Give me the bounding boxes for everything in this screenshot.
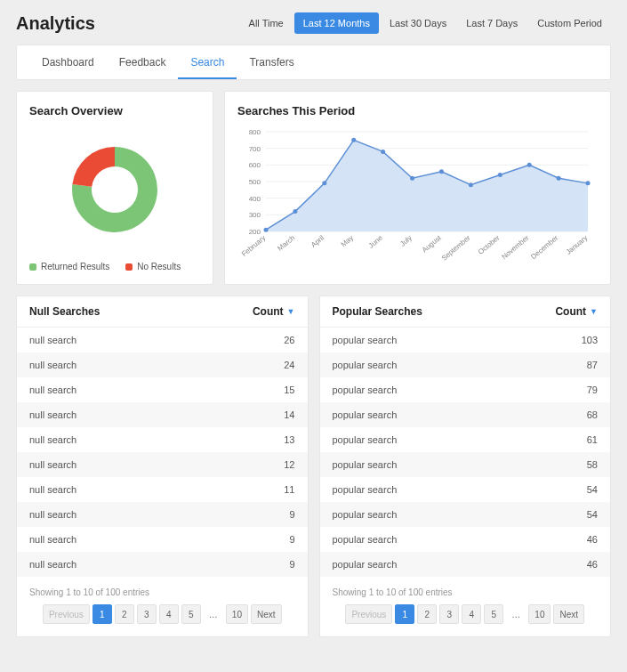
row-count: 79 xyxy=(587,385,598,395)
svg-text:June: June xyxy=(367,233,384,249)
tab-transfers[interactable]: Transfers xyxy=(237,45,306,79)
row-count: 12 xyxy=(284,459,294,470)
table-row[interactable]: null search11 xyxy=(17,477,308,502)
chart-card: Searches This Period 2003004005006007008… xyxy=(224,91,611,285)
row-label: null search xyxy=(29,409,76,420)
pager-prev[interactable]: Previous xyxy=(43,604,90,624)
row-count: 9 xyxy=(289,534,294,545)
table-row[interactable]: popular search46 xyxy=(320,527,611,552)
table-row[interactable]: popular search61 xyxy=(320,427,611,452)
period-last-30-days[interactable]: Last 30 Days xyxy=(381,12,455,34)
table-row[interactable]: null search12 xyxy=(17,452,308,477)
page-title: Analytics xyxy=(16,13,95,34)
pager-prev[interactable]: Previous xyxy=(345,604,392,624)
pager-page-5[interactable]: 5 xyxy=(484,604,503,624)
overview-card: Search Overview Returned Results No Resu… xyxy=(16,91,213,285)
legend: Returned Results No Results xyxy=(29,258,200,271)
pager-page-4[interactable]: 4 xyxy=(462,604,481,624)
table-row[interactable]: popular search79 xyxy=(320,377,611,402)
row-count: 26 xyxy=(284,335,294,345)
pager-next[interactable]: Next xyxy=(251,604,282,624)
table-row[interactable]: null search14 xyxy=(17,402,308,427)
tab-feedback[interactable]: Feedback xyxy=(107,45,179,79)
row-label: null search xyxy=(29,385,76,395)
row-label: popular search xyxy=(333,385,398,395)
svg-point-14 xyxy=(264,228,269,232)
svg-text:January: January xyxy=(565,234,590,256)
pager-page-2[interactable]: 2 xyxy=(417,604,437,624)
null-rows: null search26null search24null search15n… xyxy=(17,328,308,577)
swatch-green-icon xyxy=(29,263,36,271)
table-row[interactable]: null search26 xyxy=(17,328,308,352)
svg-text:February: February xyxy=(240,234,267,258)
legend-returned-label: Returned Results xyxy=(41,262,109,271)
table-row[interactable]: popular search68 xyxy=(320,402,611,427)
svg-text:July: July xyxy=(398,234,414,248)
tab-dashboard[interactable]: Dashboard xyxy=(29,45,107,79)
null-pager: Previous12345…10Next xyxy=(29,604,295,624)
pager-page-10[interactable]: 10 xyxy=(226,604,248,624)
row-label: popular search xyxy=(333,409,398,420)
table-row[interactable]: null search24 xyxy=(17,352,308,377)
row-count: 24 xyxy=(284,360,294,370)
row-label: null search xyxy=(29,459,76,470)
row-count: 103 xyxy=(582,335,598,345)
line-chart: 200300400500600700800FebruaryMarchAprilM… xyxy=(237,126,593,269)
svg-point-24 xyxy=(410,176,414,181)
period-last-12-months[interactable]: Last 12 Months xyxy=(294,12,379,34)
pager-page-3[interactable]: 3 xyxy=(439,604,459,624)
pager-page-5[interactable]: 5 xyxy=(181,604,201,624)
table-row[interactable]: null search9 xyxy=(17,502,308,527)
svg-point-26 xyxy=(439,169,444,174)
table-row[interactable]: null search15 xyxy=(17,377,308,402)
pager-next[interactable]: Next xyxy=(553,604,584,624)
period-all-time[interactable]: All Time xyxy=(240,12,293,34)
row-label: null search xyxy=(29,335,76,345)
table-row[interactable]: null search9 xyxy=(17,527,308,552)
svg-point-20 xyxy=(351,138,356,142)
pager-page-2[interactable]: 2 xyxy=(115,604,134,624)
pager-page-1[interactable]: 1 xyxy=(395,604,414,624)
pager-page-4[interactable]: 4 xyxy=(159,604,179,624)
row-label: popular search xyxy=(333,434,398,445)
tabs: DashboardFeedbackSearchTransfers xyxy=(17,45,610,79)
table-row[interactable]: popular search103 xyxy=(320,328,611,352)
svg-text:500: 500 xyxy=(249,178,261,186)
null-count-header[interactable]: Count ▼ xyxy=(253,305,295,318)
table-row[interactable]: popular search54 xyxy=(320,477,611,502)
pager-ellipsis: … xyxy=(506,604,526,624)
row-count: 54 xyxy=(587,484,598,495)
row-count: 14 xyxy=(284,409,294,420)
svg-text:August: August xyxy=(421,233,443,254)
donut-chart xyxy=(29,126,200,258)
table-row[interactable]: popular search87 xyxy=(320,352,611,377)
row-count: 13 xyxy=(284,434,294,445)
svg-text:700: 700 xyxy=(249,145,261,153)
table-row[interactable]: null search9 xyxy=(17,552,308,577)
svg-text:200: 200 xyxy=(249,228,261,236)
pager-page-10[interactable]: 10 xyxy=(528,604,551,624)
row-label: null search xyxy=(29,434,76,445)
null-pager-info: Showing 1 to 10 of 100 entries xyxy=(29,587,295,597)
row-label: popular search xyxy=(333,534,398,545)
popular-count-header[interactable]: Count ▼ xyxy=(555,305,598,318)
period-bar: All TimeLast 12 MonthsLast 30 DaysLast 7… xyxy=(240,12,611,34)
svg-text:April: April xyxy=(309,234,326,249)
table-row[interactable]: null search13 xyxy=(17,427,308,452)
pager-page-3[interactable]: 3 xyxy=(137,604,157,624)
row-count: 58 xyxy=(587,459,598,470)
pager-page-1[interactable]: 1 xyxy=(92,604,112,624)
period-last-7-days[interactable]: Last 7 Days xyxy=(457,12,527,34)
table-row[interactable]: popular search58 xyxy=(320,452,611,477)
svg-point-16 xyxy=(293,209,297,214)
svg-text:May: May xyxy=(340,234,355,249)
period-custom-period[interactable]: Custom Period xyxy=(528,12,611,34)
svg-text:400: 400 xyxy=(249,195,261,203)
row-count: 9 xyxy=(289,509,294,520)
table-row[interactable]: popular search46 xyxy=(320,552,611,577)
row-label: popular search xyxy=(333,559,398,570)
tab-search[interactable]: Search xyxy=(178,45,237,79)
svg-point-30 xyxy=(498,173,502,177)
table-row[interactable]: popular search54 xyxy=(320,502,611,527)
svg-point-32 xyxy=(527,163,532,167)
